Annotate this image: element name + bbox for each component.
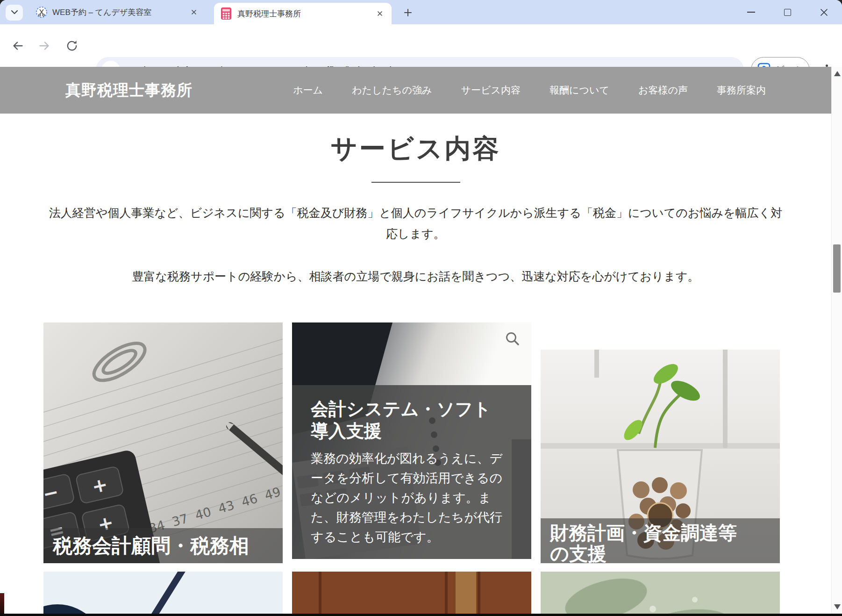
screenshot-root: WEB予約 – てんデザ美容室 <box>0 0 842 616</box>
card-financial-planning[interactable]: 財務計画・資金調達等の支援 <box>541 350 780 563</box>
scrollbar-thumb[interactable] <box>833 244 841 293</box>
card-partial-bottom-right[interactable]: 0012 <box>541 572 780 614</box>
intro-paragraph-1: 法人経営や個人事業など、ビジネスに関する「税金及び財務」と個人のライフサイクルか… <box>45 202 786 244</box>
card-overlay: 会計システム・ソフト導入支援 業務の効率化が図れるうえに、データを分析して有効活… <box>292 385 531 559</box>
card-photo-laptop-spreadsheet <box>292 572 531 614</box>
card-caption: 税務会計顧問・税務相 <box>43 528 283 563</box>
close-icon <box>820 8 828 16</box>
tab-mano-tax-office[interactable]: 真野税理士事務所 <box>214 3 392 24</box>
nav-item-testimonials[interactable]: お客様の声 <box>638 84 688 97</box>
maximize-button[interactable] <box>769 0 806 24</box>
nav-item-services[interactable]: サービス内容 <box>461 84 521 97</box>
service-cards-grid: 28 31 34 37 40 43 46 49 <box>43 322 780 614</box>
tab-web-yoyaku[interactable]: WEB予約 – てんデザ美容室 <box>29 0 206 24</box>
cards-column-1: 28 31 34 37 40 43 46 49 <box>43 322 283 614</box>
card-photo-calculator: 28 31 34 37 40 43 46 49 <box>43 322 283 563</box>
card-tax-advisory[interactable]: 28 31 34 37 40 43 46 49 <box>43 322 283 563</box>
scissors-icon <box>36 6 48 18</box>
minimize-icon <box>747 12 755 13</box>
calculator-icon <box>221 7 233 20</box>
browser-window: WEB予約 – てんデザ美容室 <box>0 0 842 616</box>
nav-item-strengths[interactable]: わたしたちの強み <box>352 84 432 97</box>
window-bottom-edge <box>0 614 842 616</box>
chevron-down-icon <box>11 8 18 17</box>
cards-column-2: 会計システム・ソフト導入支援 業務の効率化が図れるうえに、データを分析して有効活… <box>292 322 531 614</box>
tab-title: 真野税理士事務所 <box>237 8 370 19</box>
card-body: 業務の効率化が図れるうえに、データを分析して有効活用できるのなどのメリットがあり… <box>311 449 513 547</box>
scroll-up-arrow[interactable] <box>834 71 841 76</box>
site-logo[interactable]: 真野税理士事務所 <box>65 67 193 114</box>
main-navigation: ホーム わたしたちの強み サービス内容 報酬について お客様の声 事務所案内 <box>293 67 766 114</box>
scroll-down-arrow[interactable] <box>834 604 841 609</box>
card-title: 会計システム・ソフト導入支援 <box>311 398 498 442</box>
card-caption: 財務計画・資金調達等の支援 <box>541 518 780 563</box>
maximize-icon <box>784 9 791 16</box>
close-window-button[interactable] <box>806 0 842 24</box>
title-divider <box>371 182 460 183</box>
reload-button[interactable] <box>63 36 81 55</box>
site-header: 真野税理士事務所 ホーム わたしたちの強み サービス内容 報酬について お客様の… <box>0 67 831 114</box>
page-scrollbar[interactable] <box>831 67 842 614</box>
card-photo-banknote: 0012 <box>541 572 780 614</box>
web-page: 真野税理士事務所 ホーム わたしたちの強み サービス内容 報酬について お客様の… <box>0 67 831 614</box>
page-title: サービス内容 <box>0 132 831 165</box>
close-tab-icon[interactable] <box>189 7 199 17</box>
browser-toolbar: tendeza.web.fc2.com/MANO-TaxAccountingOf… <box>0 24 842 67</box>
zoom-photo-icon[interactable] <box>505 331 521 349</box>
nav-item-home[interactable]: ホーム <box>293 84 323 97</box>
card-partial-bottom-left[interactable] <box>43 572 283 614</box>
close-tab-icon[interactable] <box>375 8 385 19</box>
minimize-button[interactable] <box>733 0 769 24</box>
new-tab-button[interactable] <box>401 6 415 20</box>
nav-item-fees[interactable]: 報酬について <box>549 84 609 97</box>
tab-title: WEB予約 – てんデザ美容室 <box>52 7 184 18</box>
background-window-sliver <box>0 593 4 614</box>
nav-item-office-info[interactable]: 事務所案内 <box>717 84 766 97</box>
intro-paragraph-2: 豊富な税務サポートの経験から、相談者の立場で親身にお話を聞きつつ、迅速な対応を心… <box>45 266 786 287</box>
back-button[interactable] <box>8 36 27 55</box>
card-accounting-system[interactable]: 会計システム・ソフト導入支援 業務の効率化が図れるうえに、データを分析して有効活… <box>292 322 531 559</box>
tab-strip: WEB予約 – てんデザ美容室 <box>0 0 842 24</box>
card-photo-hand-pen <box>43 572 283 614</box>
cards-column-3: 財務計画・資金調達等の支援 <box>541 322 780 614</box>
tab-search-button[interactable] <box>6 5 23 21</box>
forward-button[interactable] <box>35 36 54 55</box>
window-controls <box>733 0 842 24</box>
card-partial-bottom-middle[interactable] <box>292 572 531 614</box>
